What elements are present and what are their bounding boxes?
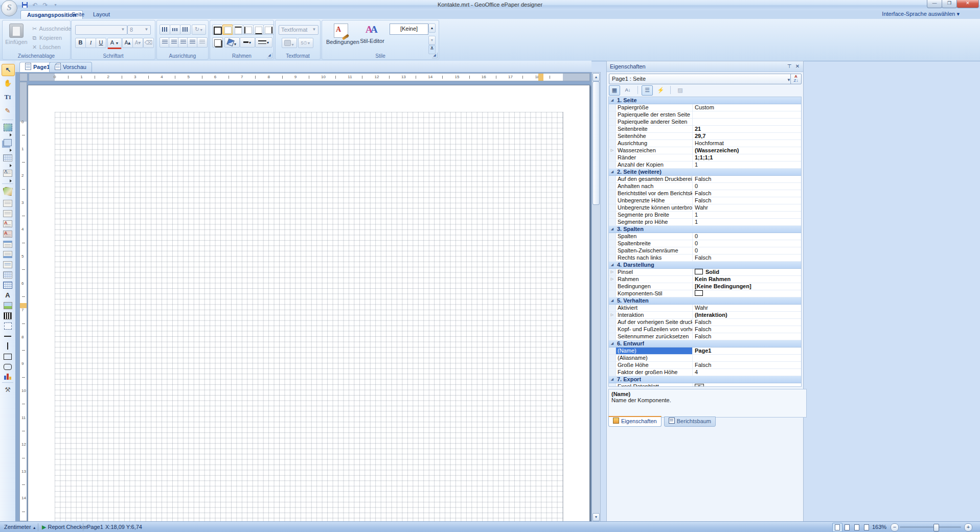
- property-row[interactable]: ▷RahmenKein Rahmen: [609, 276, 801, 283]
- single-page-view-button[interactable]: [832, 523, 842, 532]
- collapse-icon[interactable]: ◢: [609, 226, 616, 233]
- property-value[interactable]: [Keine Bedingungen]: [693, 283, 801, 290]
- grow-font-button[interactable]: A▴: [122, 38, 133, 48]
- property-name[interactable]: Aktiviert: [616, 305, 693, 311]
- collapse-icon[interactable]: ◢: [609, 297, 616, 304]
- clear-format-button[interactable]: ⌫: [143, 38, 154, 48]
- date-format-button[interactable]: 5⏱▼: [298, 38, 313, 48]
- close-button[interactable]: ✕: [956, 0, 979, 8]
- property-value[interactable]: Σ: [693, 383, 801, 387]
- text-rotation-button[interactable]: ↻▼: [192, 25, 206, 35]
- property-value[interactable]: Falsch: [693, 362, 801, 368]
- property-name[interactable]: Papierquelle der ersten Seite: [616, 111, 693, 118]
- tab-eigenschaften[interactable]: Eigenschaften: [608, 416, 662, 427]
- tool-hierarchical-band[interactable]: [2, 269, 14, 281]
- property-row[interactable]: Seitenbreite21: [609, 126, 801, 133]
- property-value[interactable]: Falsch: [693, 176, 801, 182]
- property-row[interactable]: ▷PinselSolid: [609, 269, 801, 276]
- property-row[interactable]: Auf den gesamten Druckbereich strFalsch: [609, 176, 801, 183]
- property-value[interactable]: 0: [693, 233, 801, 240]
- zoom-slider[interactable]: [900, 526, 961, 528]
- property-row[interactable]: Rechts nach linksFalsch: [609, 255, 801, 262]
- property-value[interactable]: 1;1;1;1: [693, 154, 801, 161]
- property-section-5[interactable]: ◢5. Verhalten: [609, 297, 801, 305]
- property-name[interactable]: Rechts nach links: [616, 255, 693, 261]
- border-color-button[interactable]: ▼: [240, 37, 255, 48]
- property-row[interactable]: Papierquelle der ersten Seite: [609, 111, 801, 119]
- properties-view-button[interactable]: ☰: [642, 85, 653, 96]
- application-menu-button[interactable]: S: [1, 0, 17, 16]
- property-section-2[interactable]: ◢2. Seite (weitere): [609, 169, 801, 176]
- tool-chart-component[interactable]: [2, 372, 14, 383]
- border-bottom-button[interactable]: [253, 25, 264, 35]
- italic-button[interactable]: I: [85, 38, 96, 48]
- events-view-button[interactable]: ⚡: [655, 85, 666, 96]
- tool-rounded-rectangle-primitive[interactable]: [2, 361, 14, 373]
- property-row[interactable]: Bedingungen[Keine Bedingungen]: [609, 283, 801, 290]
- property-value[interactable]: (Interaktion): [693, 312, 801, 318]
- restore-button[interactable]: ❐: [942, 0, 957, 8]
- property-name[interactable]: Segmente pro Höhe: [616, 219, 693, 225]
- tool-components-tool[interactable]: A: [2, 168, 14, 179]
- expand-icon[interactable]: ▷: [609, 147, 616, 154]
- border-all-button[interactable]: [212, 25, 223, 35]
- delete-button[interactable]: ✕ Löschen: [31, 43, 61, 51]
- property-row[interactable]: ▷Wasserzeichen(Wasserzeichen): [609, 147, 801, 154]
- property-value[interactable]: 1: [693, 161, 801, 168]
- property-row[interactable]: Seitenhöhe29,7: [609, 133, 801, 140]
- property-value[interactable]: Falsch: [693, 326, 801, 333]
- tool-horizontal-line-primitive[interactable]: [2, 331, 14, 342]
- tool-cross-tab-component[interactable]: [2, 280, 14, 291]
- align-top-button[interactable]: [159, 25, 170, 35]
- property-row[interactable]: (Aliasname): [609, 355, 801, 362]
- paste-button[interactable]: Einfügen: [4, 22, 29, 52]
- property-value[interactable]: 0: [693, 247, 801, 254]
- tool-data-band[interactable]: [2, 259, 14, 270]
- alphabetical-view-button[interactable]: A↓: [622, 85, 633, 96]
- textformat-combo[interactable]: Textformat▼: [279, 25, 318, 35]
- property-value[interactable]: Falsch: [693, 319, 801, 326]
- tool-panel-component[interactable]: [2, 320, 14, 332]
- zoom-in-button[interactable]: +: [964, 523, 972, 531]
- property-value[interactable]: Wahr: [693, 204, 801, 211]
- property-name[interactable]: Rahmen: [616, 276, 693, 283]
- align-middle-button[interactable]: [170, 25, 180, 35]
- property-name[interactable]: Spaltenbreite: [616, 240, 693, 247]
- property-name[interactable]: Auf den gesamten Druckbereich str: [616, 176, 693, 182]
- property-name[interactable]: Unbegrenzte Höhe: [616, 197, 693, 204]
- continuous-view-button[interactable]: [842, 523, 852, 532]
- property-value[interactable]: [693, 290, 801, 297]
- property-name[interactable]: Seitennummer zurücksetzen: [616, 333, 693, 340]
- expand-icon[interactable]: ▷: [609, 276, 616, 283]
- fill-color-button[interactable]: ▼: [224, 37, 240, 48]
- tool-rectangle-primitive[interactable]: [2, 351, 14, 362]
- border-style-button[interactable]: ▼: [255, 37, 272, 48]
- zoom-out-button[interactable]: −: [891, 523, 899, 531]
- property-name[interactable]: Excel-Datenblatt: [616, 383, 693, 387]
- unit-selector[interactable]: Zentimeter ▲: [4, 522, 36, 532]
- property-row[interactable]: Kopf- und Fußzeilen von vorherigerFalsch: [609, 326, 801, 333]
- collapse-icon[interactable]: ◢: [609, 97, 616, 104]
- page-width-view-button[interactable]: [861, 523, 872, 532]
- property-name[interactable]: Komponenten-Stil: [616, 290, 693, 297]
- property-row[interactable]: ▷Interaktion(Interaktion): [609, 312, 801, 319]
- shadow-button[interactable]: [212, 37, 223, 48]
- language-selector[interactable]: Interface-Sprache auswählen ▾: [882, 11, 960, 17]
- tool-services-configurator[interactable]: ⚒: [2, 384, 14, 396]
- property-row[interactable]: Anzahl der Kopien1: [609, 161, 801, 169]
- property-row[interactable]: Papierquelle anderer Seiten: [609, 119, 801, 126]
- property-name[interactable]: Seitenbreite: [616, 126, 693, 132]
- style-gallery-value[interactable]: [Keine]: [390, 24, 428, 35]
- component-selector[interactable]: Page1 : Seite▼: [609, 74, 792, 84]
- excel-sheet-button[interactable]: Σ: [695, 384, 704, 387]
- close-icon[interactable]: ✕: [794, 63, 801, 70]
- copy-button[interactable]: ⧉ Kopieren: [31, 34, 62, 42]
- collapse-icon[interactable]: ◢: [609, 169, 616, 175]
- tool-image-component[interactable]: [2, 300, 14, 311]
- property-row[interactable]: Faktor der großen Höhe4: [609, 369, 801, 376]
- sort-az-button[interactable]: AZ↓: [790, 74, 802, 84]
- property-row[interactable]: (Name)Page1: [609, 348, 801, 355]
- property-name[interactable]: Interaktion: [616, 312, 693, 318]
- property-value[interactable]: Solid: [693, 269, 801, 275]
- border-right-button[interactable]: [263, 25, 274, 35]
